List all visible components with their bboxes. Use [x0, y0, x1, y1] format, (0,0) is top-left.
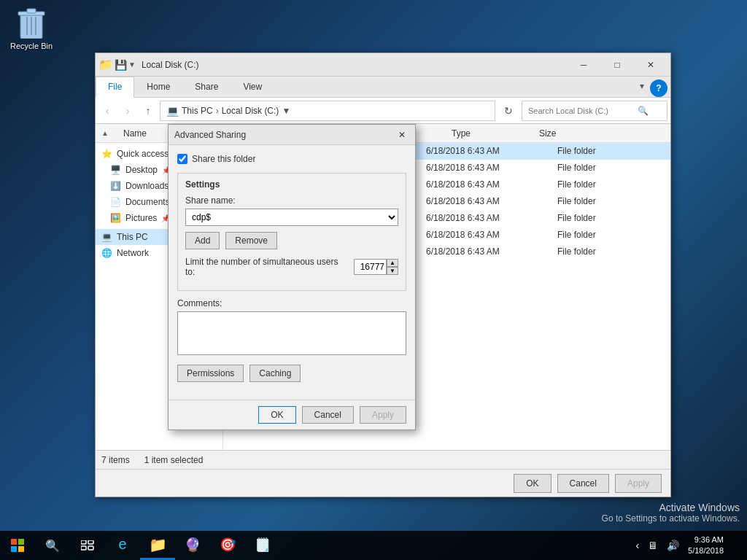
path-down-icon: ▼	[282, 106, 290, 116]
file-type: File folder	[557, 196, 645, 206]
taskbar-ie-button[interactable]: e	[105, 531, 140, 560]
share-checkbox[interactable]	[177, 154, 187, 164]
tab-view[interactable]: View	[231, 77, 274, 97]
tab-file[interactable]: File	[96, 77, 134, 98]
share-name-label: Share name:	[185, 195, 398, 206]
taskbar-clock[interactable]: 9:36 AM 5/18/2018	[688, 534, 729, 557]
recycle-bin-icon[interactable]: Recycle Bin	[6, 6, 57, 50]
sidebar-this-pc-label: This PC	[117, 232, 148, 242]
file-date: 6/18/2018 6:43 AM	[426, 163, 557, 173]
refresh-button[interactable]: ↻	[498, 101, 519, 121]
dialog-close-button[interactable]: ✕	[395, 128, 409, 142]
show-desktop-button[interactable]	[729, 531, 747, 560]
file-date: 6/18/2018 6:43 AM	[426, 196, 557, 206]
ribbon-tabs: File Home Share View ▾ ?	[96, 77, 670, 97]
path-icon: 💻	[166, 105, 179, 117]
dialog-cancel-button[interactable]: Cancel	[302, 406, 354, 424]
activate-windows-title: Activate Windows	[602, 502, 740, 513]
help-button[interactable]: ?	[650, 79, 667, 97]
back-button[interactable]: ‹	[98, 102, 116, 120]
path-current[interactable]: Local Disk (C:)	[222, 106, 279, 116]
taskbar-app3-button[interactable]: 🔮	[175, 531, 210, 560]
address-path[interactable]: 💻 This PC › Local Disk (C:) ▼	[160, 101, 495, 121]
taskbar-explorer-button[interactable]: 📁	[140, 531, 175, 560]
title-bar: 📁 💾 ▼ Local Disk (C:) ─ □ ✕	[96, 53, 670, 77]
remove-button[interactable]: Remove	[225, 232, 277, 249]
quick-access-label: Quick access	[117, 149, 169, 159]
add-button[interactable]: Add	[185, 232, 220, 249]
tray-volume-icon[interactable]: 🔊	[664, 540, 682, 551]
tray-network-icon[interactable]: 🖥	[645, 540, 661, 551]
spinner-down-button[interactable]: ▼	[387, 267, 398, 275]
share-name-field: Share name: cdp$	[185, 195, 398, 226]
path-chevron: ›	[216, 106, 219, 116]
clock-time: 9:36 AM	[688, 534, 724, 545]
pictures-icon: 🖼️	[110, 213, 121, 223]
permissions-caching-row: Permissions Caching	[177, 365, 406, 382]
title-bar-dropdown-icon: ▼	[128, 61, 136, 69]
spinner-buttons: ▲ ▼	[387, 259, 398, 275]
comments-textarea[interactable]	[177, 311, 406, 355]
column-type[interactable]: Type	[452, 128, 539, 139]
search-box[interactable]: 🔍	[522, 101, 667, 121]
share-name-dropdown-row: cdp$	[185, 209, 398, 226]
share-name-select[interactable]: cdp$	[185, 209, 398, 226]
ribbon-expand-icon[interactable]: ▾	[634, 77, 650, 97]
svg-rect-11	[88, 540, 93, 544]
caching-button[interactable]: Caching	[249, 365, 301, 382]
taskbar-app5-button[interactable]: 🗒️	[245, 531, 280, 560]
dialog-apply-button[interactable]: Apply	[360, 406, 406, 424]
up-button[interactable]: ↑	[139, 102, 157, 120]
sidebar-network-label: Network	[117, 248, 149, 258]
file-type: File folder	[557, 179, 645, 190]
dialog-ok-button[interactable]: OK	[258, 406, 295, 424]
search-icon: 🔍	[638, 106, 649, 116]
share-checkbox-row: Share this folder	[177, 154, 406, 164]
svg-rect-2	[27, 9, 36, 13]
minimize-button[interactable]: ─	[567, 53, 600, 77]
taskbar-search-button[interactable]: 🔍	[35, 531, 70, 560]
forward-button[interactable]: ›	[119, 102, 136, 120]
tab-share[interactable]: Share	[182, 77, 231, 97]
svg-rect-9	[18, 546, 24, 552]
taskbar-app4-button[interactable]: 🎯	[210, 531, 245, 560]
limit-row: Limit the number of simultaneous users t…	[185, 257, 398, 277]
sidebar-downloads-label: Downloads	[125, 181, 169, 191]
item-count: 7 items	[101, 455, 130, 465]
limit-input[interactable]: 16777	[354, 259, 387, 275]
explorer-cancel-button[interactable]: Cancel	[557, 474, 609, 493]
search-input[interactable]	[528, 106, 638, 115]
column-size[interactable]: Size	[539, 128, 665, 139]
comments-label: Comments:	[177, 298, 406, 308]
downloads-icon: ⬇️	[110, 181, 121, 191]
spinner-up-button[interactable]: ▲	[387, 259, 398, 267]
explorer-bottom-bar: OK Cancel Apply	[96, 469, 670, 497]
dialog-body: Share this folder Settings Share name: c…	[169, 145, 415, 400]
settings-group: Settings Share name: cdp$ Add Remove Lim…	[177, 173, 406, 291]
address-bar: ‹ › ↑ 💻 This PC › Local Disk (C:) ▼ ↻ 🔍	[96, 98, 670, 124]
ribbon: File Home Share View ▾ ?	[96, 77, 670, 98]
close-button[interactable]: ✕	[634, 53, 667, 77]
this-pc-icon: 💻	[101, 232, 112, 242]
maximize-button[interactable]: □	[600, 53, 634, 77]
permissions-button[interactable]: Permissions	[177, 365, 244, 382]
explorer-ok-button[interactable]: OK	[514, 474, 551, 493]
file-type: File folder	[557, 146, 645, 156]
file-date: 6/18/2018 6:43 AM	[426, 246, 557, 257]
svg-rect-10	[81, 540, 86, 544]
taskbar: 🔍 e 📁 🔮 🎯 🗒️ ‹ 🖥 🔊 9:36 AM 5/18/2018	[0, 531, 747, 560]
svg-rect-12	[81, 546, 86, 550]
explorer-apply-button[interactable]: Apply	[615, 474, 662, 493]
svg-rect-8	[11, 546, 17, 552]
sidebar-documents-label: Documents	[125, 197, 170, 207]
dialog-title-bar: Advanced Sharing ✕	[169, 125, 415, 145]
tray-chevron[interactable]: ‹	[632, 540, 642, 551]
sidebar-pictures-label: Pictures	[125, 213, 157, 223]
tab-home[interactable]: Home	[134, 77, 182, 97]
start-button[interactable]	[0, 531, 35, 560]
file-date: 6/18/2018 6:43 AM	[426, 146, 557, 156]
selected-count: 1 item selected	[144, 455, 204, 465]
task-view-button[interactable]	[70, 531, 105, 560]
path-this-pc[interactable]: This PC	[182, 106, 213, 116]
file-type: File folder	[557, 246, 645, 257]
